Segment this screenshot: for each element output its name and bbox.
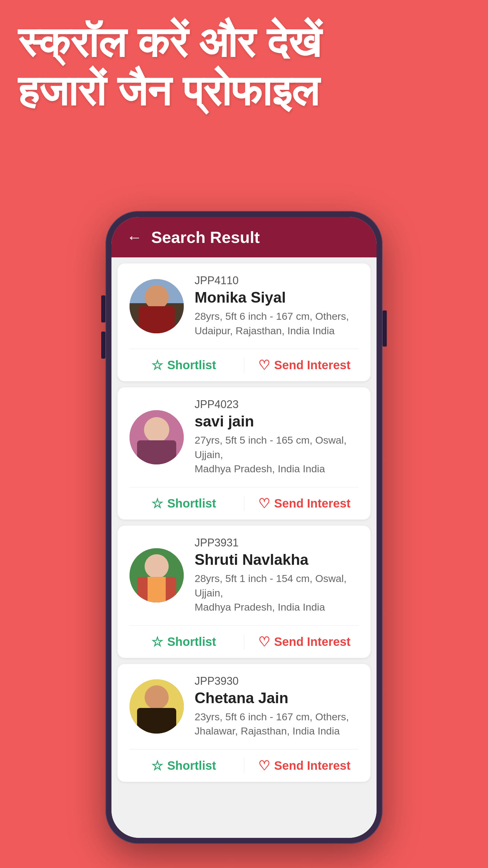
send-interest-button[interactable]: ♡ Send Interest bbox=[250, 634, 359, 650]
profile-card: JPP4110 Monika Siyal 28yrs, 5ft 6 inch -… bbox=[118, 264, 370, 381]
send-interest-label: Send Interest bbox=[274, 497, 350, 510]
content-area: JPP4110 Monika Siyal 28yrs, 5ft 6 inch -… bbox=[111, 257, 377, 838]
heart-icon: ♡ bbox=[258, 358, 270, 373]
profile-details: 28yrs, 5ft 1 inch - 154 cm, Oswal, Ujjai… bbox=[195, 571, 358, 615]
hero-line2: हजारों जैन प्रोफाइल bbox=[18, 67, 470, 115]
svg-point-5 bbox=[144, 417, 169, 442]
card-actions: ☆ Shortlist ♡ Send Interest bbox=[118, 487, 370, 520]
profile-info: JPP3930 Chetana Jain 23yrs, 5ft 6 inch -… bbox=[195, 675, 358, 738]
card-top: JPP3931 Shruti Navlakha 28yrs, 5ft 1 inc… bbox=[118, 526, 370, 625]
profile-details: 27yrs, 5ft 5 inch - 165 cm, Oswal, Ujjai… bbox=[195, 433, 358, 476]
profile-card: JPP4023 savi jain 27yrs, 5ft 5 inch - 16… bbox=[118, 387, 370, 520]
svg-rect-13 bbox=[137, 708, 176, 734]
profile-details: 28yrs, 5ft 6 inch - 167 cm, Others, Udai… bbox=[195, 309, 358, 338]
shortlist-button[interactable]: ☆ Shortlist bbox=[130, 496, 238, 511]
profile-info: JPP4110 Monika Siyal 28yrs, 5ft 6 inch -… bbox=[195, 274, 358, 338]
phone-outer: ← Search Result bbox=[105, 211, 383, 844]
svg-point-12 bbox=[144, 685, 169, 710]
shortlist-label: Shortlist bbox=[167, 635, 216, 649]
shortlist-button[interactable]: ☆ Shortlist bbox=[130, 358, 238, 373]
back-button[interactable]: ← bbox=[127, 228, 142, 246]
send-interest-label: Send Interest bbox=[274, 759, 350, 772]
power-button bbox=[383, 310, 387, 347]
shortlist-label: Shortlist bbox=[167, 497, 216, 510]
phone-mockup: ← Search Result bbox=[105, 211, 383, 844]
profile-card: JPP3931 Shruti Navlakha 28yrs, 5ft 1 inc… bbox=[118, 526, 370, 658]
action-divider bbox=[244, 634, 244, 650]
avatar[interactable] bbox=[130, 679, 184, 734]
hero-line1: स्क्रॉल करें और देखें bbox=[18, 18, 470, 67]
shortlist-button[interactable]: ☆ Shortlist bbox=[130, 634, 238, 650]
profile-details: 23yrs, 5ft 6 inch - 167 cm, Others, Jhal… bbox=[195, 710, 358, 738]
page-title: Search Result bbox=[151, 228, 260, 247]
action-divider bbox=[244, 496, 244, 511]
profile-info: JPP3931 Shruti Navlakha 28yrs, 5ft 1 inc… bbox=[195, 536, 358, 615]
shortlist-label: Shortlist bbox=[167, 358, 216, 372]
star-icon: ☆ bbox=[151, 634, 163, 650]
send-interest-button[interactable]: ♡ Send Interest bbox=[250, 358, 359, 373]
shortlist-button[interactable]: ☆ Shortlist bbox=[130, 758, 238, 773]
send-interest-button[interactable]: ♡ Send Interest bbox=[250, 496, 359, 511]
avatar[interactable] bbox=[130, 410, 184, 464]
action-divider bbox=[244, 358, 244, 373]
action-divider bbox=[244, 758, 244, 773]
svg-point-2 bbox=[144, 285, 169, 309]
profile-id: JPP3931 bbox=[195, 536, 358, 549]
profile-id: JPP3930 bbox=[195, 675, 358, 687]
card-actions: ☆ Shortlist ♡ Send Interest bbox=[118, 626, 370, 658]
avatar[interactable] bbox=[130, 279, 184, 333]
heart-icon: ♡ bbox=[258, 634, 270, 650]
star-icon: ☆ bbox=[151, 758, 163, 773]
send-interest-label: Send Interest bbox=[274, 358, 350, 372]
phone-screen: ← Search Result bbox=[111, 217, 377, 838]
card-top: JPP4110 Monika Siyal 28yrs, 5ft 6 inch -… bbox=[118, 264, 370, 349]
card-actions: ☆ Shortlist ♡ Send Interest bbox=[118, 749, 370, 782]
app-header: ← Search Result bbox=[111, 217, 377, 257]
svg-point-8 bbox=[144, 554, 169, 578]
profile-info: JPP4023 savi jain 27yrs, 5ft 5 inch - 16… bbox=[195, 398, 358, 476]
star-icon: ☆ bbox=[151, 496, 163, 511]
profile-id: JPP4110 bbox=[195, 274, 358, 287]
profile-name: Monika Siyal bbox=[195, 289, 358, 306]
svg-rect-3 bbox=[138, 306, 175, 333]
hero-text: स्क्रॉल करें और देखें हजारों जैन प्रोफाइ… bbox=[18, 18, 470, 115]
svg-rect-10 bbox=[148, 577, 166, 602]
card-actions: ☆ Shortlist ♡ Send Interest bbox=[118, 349, 370, 381]
vol-down-button bbox=[101, 332, 105, 359]
heart-icon: ♡ bbox=[258, 496, 270, 511]
heart-icon: ♡ bbox=[258, 758, 270, 773]
card-top: JPP3930 Chetana Jain 23yrs, 5ft 6 inch -… bbox=[118, 664, 370, 749]
profile-id: JPP4023 bbox=[195, 398, 358, 411]
profile-card: JPP3930 Chetana Jain 23yrs, 5ft 6 inch -… bbox=[118, 664, 370, 782]
profile-name: Chetana Jain bbox=[195, 689, 358, 707]
svg-rect-6 bbox=[137, 440, 176, 464]
profile-name: savi jain bbox=[195, 412, 358, 430]
profile-name: Shruti Navlakha bbox=[195, 551, 358, 568]
send-interest-label: Send Interest bbox=[274, 635, 350, 649]
card-top: JPP4023 savi jain 27yrs, 5ft 5 inch - 16… bbox=[118, 387, 370, 487]
vol-up-button bbox=[101, 296, 105, 322]
avatar[interactable] bbox=[130, 548, 184, 602]
star-icon: ☆ bbox=[151, 358, 163, 373]
shortlist-label: Shortlist bbox=[167, 759, 216, 772]
send-interest-button[interactable]: ♡ Send Interest bbox=[250, 758, 359, 773]
